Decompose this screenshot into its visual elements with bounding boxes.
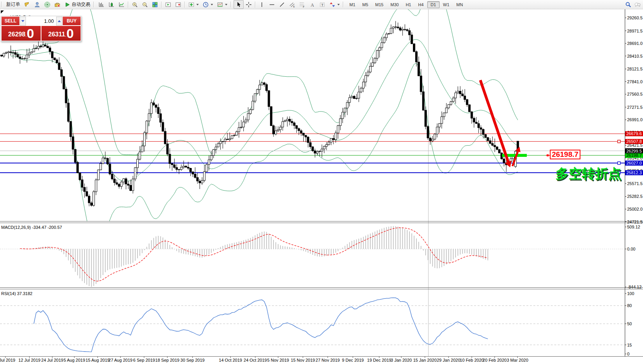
timeframe-M15[interactable]: M15 [372,1,387,8]
zoom-in-button[interactable] [130,0,140,9]
candle-body [3,53,5,56]
candle-body [381,43,383,48]
price-tick-label: 28971.5 [627,29,643,33]
vertical-line-button[interactable] [257,0,267,9]
line-handle[interactable] [618,162,621,165]
buy-button[interactable]: BUY [62,16,81,26]
toolbar-grip[interactable] [343,2,345,7]
candle-body [58,63,60,70]
candle-body [185,166,187,167]
candle-body [155,105,157,107]
market-box-button[interactable] [52,0,62,9]
timeframe-W1[interactable]: W1 [440,1,453,8]
zoom-out-button[interactable] [140,0,150,9]
timeframe-M1[interactable]: M1 [346,1,359,8]
candle-body [452,98,454,101]
crosshair-button[interactable] [244,0,254,9]
callout-handle[interactable] [547,155,549,156]
candle-body [134,168,136,179]
cursor-button[interactable] [234,0,244,9]
sell-button[interactable]: SELL [1,16,20,26]
chart-shift-button[interactable] [173,0,183,9]
candle-body [233,135,235,136]
buy-price-display[interactable]: 26311.0 [41,26,81,41]
arrows-button[interactable] [327,0,342,9]
candle-body [383,38,385,43]
search-icon[interactable] [625,2,631,8]
rsi-tick-label: 0 [627,352,629,356]
buy-price-int: 26311 [48,29,65,40]
volume-input[interactable]: 1.00 [26,17,56,26]
svg-text:T: T [322,3,324,7]
date-label: 5 Nov 2019 [267,358,289,362]
price-tick-label: 28691.0 [627,41,643,46]
toolbar-right-group [625,2,641,8]
candle-body [93,192,95,205]
text-button[interactable]: A [307,0,317,9]
timeframe-MN[interactable]: MN [453,1,466,8]
periods-button[interactable] [201,0,215,9]
chat-icon[interactable] [634,2,641,8]
equidistant-channel-button[interactable]: E [287,0,297,9]
new-order-button[interactable]: 新订单 [4,0,22,9]
candle-body [298,129,300,131]
text-label-button[interactable]: T [317,0,327,9]
timeframe-M5[interactable]: M5 [359,1,371,8]
candle-body [210,156,212,160]
candle-body [330,139,332,142]
candle-body [363,82,364,88]
timeframe-bar: M1M5M15M30H1H4D1W1MN [346,1,466,8]
volume-increase-button[interactable] [56,17,62,26]
bid-price-tag: 26299.5 [625,148,643,153]
toolbar-grip[interactable] [93,2,95,7]
toolbar-grip[interactable] [230,2,232,7]
text-icon: A [309,2,315,8]
fibonacci-button[interactable]: F [297,0,307,9]
chart-canvas[interactable]: 26198.7多空转折点多空转折点MACD(12,26,9) -334.47 -… [0,0,643,364]
crosshair-icon [246,2,252,8]
candle-body [26,55,28,58]
candlestick-chart-button[interactable] [107,0,117,9]
date-label: 15 Jan 2020 [413,358,437,362]
candle-body [457,91,459,93]
candle-body [111,174,113,179]
trendline-button[interactable] [277,0,287,9]
candle-body [113,179,115,183]
toolbar-grip[interactable] [1,2,3,7]
tile-windows-button[interactable] [150,0,160,9]
candle-body [344,108,346,112]
candle-body [201,180,203,183]
candle-body [148,113,150,121]
candle-body [24,58,26,59]
templates-button[interactable] [215,0,229,9]
candle-body [178,170,180,170]
market-button[interactable] [22,0,32,9]
sell-price-dec: 0 [27,26,34,40]
candle-body [40,46,42,47]
line-chart-button[interactable] [117,0,127,9]
line-handle[interactable] [618,140,621,143]
signals-button[interactable] [42,0,52,9]
auto-scroll-button[interactable] [163,0,173,9]
sell-price-display[interactable]: 26298.0 [1,26,41,41]
rsi-tick-label: 50 [627,321,632,326]
volume-decrease-button[interactable] [20,17,26,26]
indicators-button[interactable] [186,0,201,9]
autotrade-button[interactable]: 自动交易 [62,0,92,9]
price-callout[interactable]: 26198.7 [546,150,580,159]
bar-chart-button[interactable] [96,0,107,9]
horizontal-line-button[interactable] [267,0,277,9]
timeframe-D1[interactable]: D1 [427,1,440,8]
candle-body [335,133,337,139]
candle-body [102,158,104,163]
timeframe-M30[interactable]: M30 [387,1,402,8]
timeframe-H1[interactable]: H1 [402,1,414,8]
candle-body [249,110,251,113]
price-tag: 26198.7 [625,153,643,158]
community-button[interactable] [32,0,42,9]
timeframe-H4[interactable]: H4 [414,1,427,8]
candle-body [224,139,226,141]
price-tick-label: 25002.0 [627,207,643,211]
date-label: 2 Jul 2019 [0,358,15,362]
candle-body [312,147,314,151]
